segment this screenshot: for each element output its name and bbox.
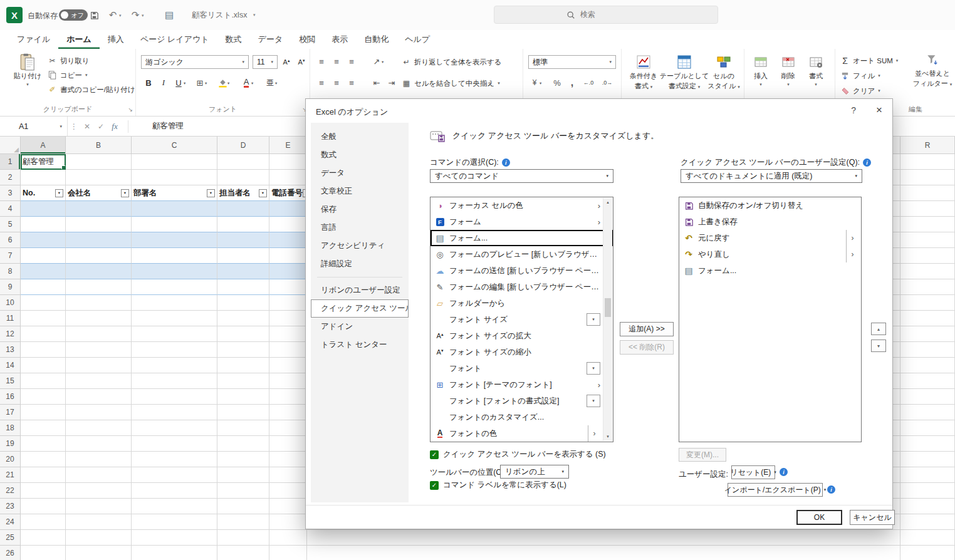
cell-R25[interactable] bbox=[900, 530, 955, 546]
row-header-20[interactable]: 20 bbox=[0, 452, 21, 467]
cell-E22[interactable] bbox=[269, 483, 307, 499]
align-top-button[interactable]: ≡ bbox=[315, 55, 328, 68]
namebox-resize-handle[interactable]: ⋮ bbox=[68, 122, 80, 131]
cell-C2[interactable] bbox=[132, 170, 217, 185]
cell-C9[interactable] bbox=[132, 279, 217, 295]
scrollbar-thumb[interactable] bbox=[605, 298, 611, 317]
fill-button[interactable]: フィル ▾ bbox=[840, 69, 880, 83]
cell-C10[interactable] bbox=[132, 295, 217, 311]
cell-A25[interactable] bbox=[21, 530, 66, 546]
currency-dropdown-icon[interactable]: ▾ bbox=[540, 81, 541, 86]
cell-D17[interactable] bbox=[217, 405, 269, 420]
cell-C25[interactable] bbox=[132, 530, 217, 546]
command-item-shrink-font[interactable]: A▾フォント サイズの縮小 bbox=[431, 344, 613, 360]
cell-C4[interactable] bbox=[132, 201, 217, 217]
fill-color-dropdown-icon[interactable]: ▾ bbox=[227, 81, 229, 86]
cell-E3[interactable]: 電話番号▾ bbox=[269, 185, 307, 201]
cell-B24[interactable] bbox=[66, 514, 132, 530]
scroll-up-icon[interactable]: ▴ bbox=[603, 200, 612, 205]
cell-E23[interactable] bbox=[269, 499, 307, 514]
cell-A4[interactable] bbox=[21, 201, 66, 217]
qat-item-save[interactable]: 上書き保存 bbox=[679, 214, 861, 230]
ok-button[interactable]: OK bbox=[796, 510, 842, 525]
cell-C11[interactable] bbox=[132, 311, 217, 326]
row-header-26[interactable]: 26 bbox=[0, 546, 21, 560]
cell-R10[interactable] bbox=[900, 295, 955, 311]
scroll-down-icon[interactable]: ▾ bbox=[603, 434, 612, 439]
command-item-font-format[interactable]: フォント [フォントの書式設定]▾ bbox=[431, 393, 613, 409]
cell-D2[interactable] bbox=[217, 170, 269, 185]
cell-B15[interactable] bbox=[66, 373, 132, 389]
cell-B26[interactable] bbox=[66, 546, 132, 560]
cell-B14[interactable] bbox=[66, 358, 132, 373]
row-header-18[interactable]: 18 bbox=[0, 420, 21, 436]
command-item-font-color[interactable]: Aフォントの色› bbox=[431, 425, 613, 442]
cell-B6[interactable] bbox=[66, 232, 132, 248]
cell-R6[interactable] bbox=[900, 232, 955, 248]
cell-C23[interactable] bbox=[132, 499, 217, 514]
row-header-14[interactable]: 14 bbox=[0, 358, 21, 373]
cell-A8[interactable] bbox=[21, 264, 66, 279]
cell-E26[interactable] bbox=[269, 546, 307, 560]
cell-R9[interactable] bbox=[900, 279, 955, 295]
cell-D20[interactable] bbox=[217, 452, 269, 467]
ribbon-tab-formulas[interactable]: 数式 bbox=[217, 30, 250, 49]
cell-R23[interactable] bbox=[900, 499, 955, 514]
cell-A19[interactable] bbox=[21, 436, 66, 452]
command-item-font[interactable]: フォント▾ bbox=[431, 360, 613, 376]
cell-B22[interactable] bbox=[66, 483, 132, 499]
cell-C5[interactable] bbox=[132, 217, 217, 232]
options-sidebar-item-formulas[interactable]: 数式 bbox=[311, 146, 409, 164]
row-header-4[interactable]: 4 bbox=[0, 201, 21, 217]
delete-cells-button[interactable]: 削除 ▾ bbox=[776, 54, 801, 87]
row-header-15[interactable]: 15 bbox=[0, 373, 21, 389]
format-painter-button[interactable]: ✐ 書式のコピー/貼り付け bbox=[48, 83, 135, 96]
cell-E13[interactable] bbox=[269, 342, 307, 358]
borders-button[interactable]: ⊞ bbox=[194, 76, 206, 89]
cell-E16[interactable] bbox=[269, 389, 307, 405]
cell-B3[interactable]: 会社名▾ bbox=[66, 185, 132, 201]
row-header-3[interactable]: 3 bbox=[0, 185, 21, 201]
qat-item-undo[interactable]: ↶元に戻す› bbox=[679, 230, 861, 246]
cell-D9[interactable] bbox=[217, 279, 269, 295]
ribbon-tab-data[interactable]: データ bbox=[250, 30, 291, 49]
orientation-dropdown-icon[interactable]: ▾ bbox=[382, 60, 384, 65]
cell-D25[interactable] bbox=[217, 530, 269, 546]
formula-bar-value[interactable]: 顧客管理 bbox=[135, 121, 184, 132]
cell-B7[interactable] bbox=[66, 248, 132, 264]
cell-C13[interactable] bbox=[132, 342, 217, 358]
ribbon-tab-file[interactable]: ファイル bbox=[9, 30, 58, 49]
cell-A22[interactable] bbox=[21, 483, 66, 499]
font-color-button[interactable]: A bbox=[240, 76, 253, 89]
cell-C26[interactable] bbox=[132, 546, 217, 560]
cell-D1[interactable] bbox=[217, 154, 269, 170]
command-item-form-edit[interactable]: ✎フォームの編集 [新しいブラウザー ページで... bbox=[431, 279, 613, 295]
borders-dropdown-icon[interactable]: ▾ bbox=[205, 81, 207, 86]
cell-A21[interactable] bbox=[21, 467, 66, 483]
row-header-16[interactable]: 16 bbox=[0, 389, 21, 405]
cell-styles-button[interactable]: セルの スタイル ▾ bbox=[707, 54, 741, 90]
command-item-font-size[interactable]: フォント サイズ▾ bbox=[431, 311, 613, 328]
cell-A7[interactable] bbox=[21, 248, 66, 264]
cell-E4[interactable] bbox=[269, 201, 307, 217]
expand-clipboard-icon[interactable]: ↘ bbox=[128, 106, 133, 113]
cell-D26[interactable] bbox=[217, 546, 269, 560]
cell-A11[interactable] bbox=[21, 311, 66, 326]
row-header-23[interactable]: 23 bbox=[0, 499, 21, 514]
cell-A3[interactable]: No.▾ bbox=[21, 185, 66, 201]
cell-R15[interactable] bbox=[900, 373, 955, 389]
bold-button[interactable]: B bbox=[142, 76, 155, 89]
column-header-C[interactable]: C bbox=[132, 137, 217, 154]
search-box[interactable]: 検索 bbox=[494, 6, 718, 24]
font-color-dropdown-icon[interactable]: ▾ bbox=[251, 81, 253, 86]
conditional-formatting-button[interactable]: 条件付き 書式 ▾ bbox=[625, 54, 662, 90]
name-box[interactable]: A1 ▾ bbox=[0, 117, 68, 136]
cell-E5[interactable] bbox=[269, 217, 307, 232]
cell-D23[interactable] bbox=[217, 499, 269, 514]
modify-button[interactable]: 変更(M)... bbox=[679, 448, 726, 462]
cell-B12[interactable] bbox=[66, 326, 132, 342]
cell-C14[interactable] bbox=[132, 358, 217, 373]
cell-E12[interactable] bbox=[269, 326, 307, 342]
close-icon[interactable]: × bbox=[876, 104, 882, 117]
cell-B11[interactable] bbox=[66, 311, 132, 326]
